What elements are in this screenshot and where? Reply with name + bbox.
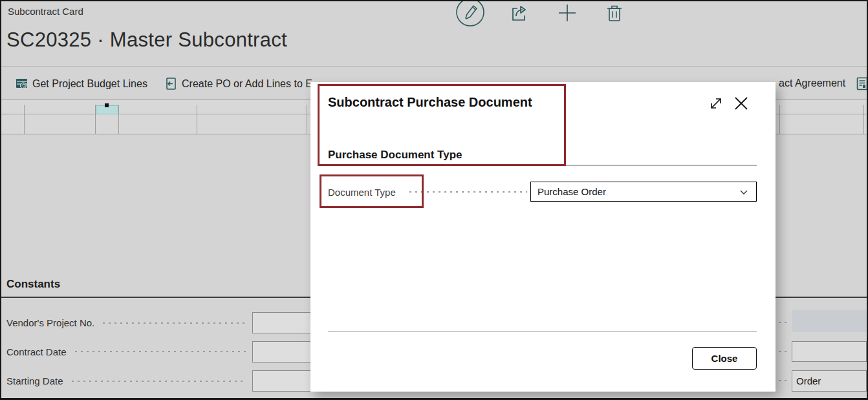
close-button[interactable]: Close [692, 347, 757, 370]
page-caption: Subcontract Card [8, 6, 83, 17]
dotted-leader [777, 379, 788, 383]
create-po-icon [165, 78, 177, 90]
action-get-project-budget-lines[interactable]: Get Project Budget Lines [16, 78, 147, 90]
subcontract-purchase-document-dialog: Subcontract Purchase Document Purchase D… [310, 82, 776, 392]
dotted-leader [777, 321, 788, 324]
add-icon[interactable] [558, 4, 576, 22]
document-type-label: Document Type [328, 187, 396, 198]
field-row-contract-date: Contract Date [6, 341, 330, 362]
action-label: Get Project Budget Lines [32, 78, 147, 90]
dialog-section-title: Purchase Document Type [328, 149, 462, 162]
dotted-leader [407, 190, 527, 194]
close-icon[interactable] [733, 95, 750, 112]
expand-icon[interactable] [708, 96, 724, 111]
share-icon[interactable] [510, 4, 529, 23]
action-contract-agreement-partial[interactable]: act Agreement [779, 78, 845, 89]
document-type-order-input[interactable]: Order [792, 370, 867, 392]
grid-line [307, 105, 307, 134]
grid-line [118, 105, 119, 134]
document-type-select-value: Purchase Order [537, 186, 738, 197]
chevron-down-icon [738, 186, 750, 198]
dotted-leader [777, 350, 788, 353]
header-divider [1, 66, 868, 67]
agreement-document-icon[interactable] [856, 77, 868, 90]
action-label: Create PO or Add Lines to E [182, 78, 312, 90]
right-field-disabled-input [792, 310, 867, 332]
field-label: Vendor's Project No. [6, 317, 94, 328]
dotted-leader [70, 379, 246, 383]
grid-line [197, 105, 197, 134]
grid-cell-focus-marker [105, 103, 109, 107]
dialog-section-divider [328, 165, 757, 165]
grid-line [863, 105, 864, 134]
document-type-select[interactable]: Purchase Order [530, 182, 757, 202]
dotted-leader [73, 350, 246, 353]
dialog-title: Subcontract Purchase Document [328, 95, 532, 110]
page-title: SC20325 · Master Subcontract [6, 28, 287, 52]
right-field-input[interactable] [792, 341, 867, 362]
field-label: Starting Date [6, 375, 63, 386]
action-create-po[interactable]: Create PO or Add Lines to E [165, 78, 312, 90]
field-row-starting-date: Starting Date [6, 370, 330, 392]
field-label: Contract Date [6, 346, 67, 357]
grid-line [24, 105, 25, 134]
grid-line [779, 105, 780, 134]
constants-section-title: Constants [6, 278, 60, 291]
action-label: act Agreement [779, 78, 845, 89]
field-row-vendors-project-no: Vendor's Project No. [6, 312, 330, 333]
delete-icon[interactable] [605, 3, 624, 23]
edit-pencil-icon[interactable] [455, 0, 486, 29]
subcontract-card-window: Subcontract Card SC20325 · Master Subcon… [0, 0, 868, 400]
project-budget-lines-icon [16, 78, 28, 90]
dotted-leader [101, 321, 246, 325]
dialog-footer-divider [328, 331, 757, 332]
